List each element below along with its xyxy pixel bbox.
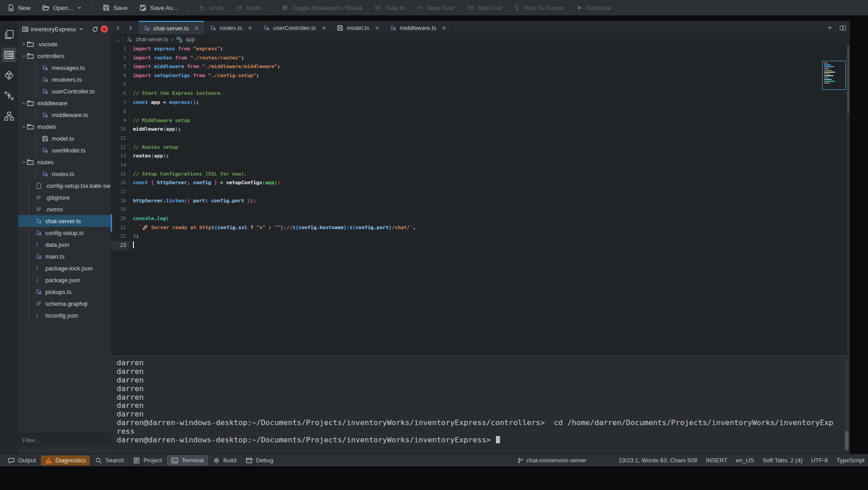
tree-item-config-setup-tsx-kate-swp[interactable]: .config-setup.tsx.kate-swp	[18, 180, 111, 191]
activity-documents-button[interactable]	[2, 27, 16, 42]
close-tab-icon[interactable]: ✕	[321, 24, 326, 31]
tree-item-models[interactable]: models	[18, 121, 111, 132]
code-line[interactable]: 10middleware(app);	[111, 125, 850, 134]
status-en-us[interactable]: en_US	[736, 457, 754, 464]
code-line[interactable]: 13routes(app);	[111, 152, 850, 161]
toolbar-redo-button[interactable]: Redo	[235, 4, 261, 11]
tree-item-tsconfig-json[interactable]: ( )tsconfig.json	[18, 309, 111, 321]
project-name[interactable]: inventoryExpress	[31, 26, 76, 33]
chevron-down-icon[interactable]	[78, 26, 84, 32]
code-line[interactable]: 11	[111, 134, 850, 143]
close-tab-icon[interactable]: ✕	[248, 24, 253, 31]
toolbar-new-button[interactable]: New	[7, 4, 30, 11]
activity-structure-button[interactable]	[2, 109, 16, 123]
code-editor[interactable]: 1import express from "express";2import r…	[111, 44, 850, 354]
code-line[interactable]: 19	[111, 205, 850, 214]
tree-item-messages-ts[interactable]: messages.ts	[18, 62, 111, 74]
panel-button-diagnostics[interactable]: Diagnostics	[41, 456, 90, 466]
code-line[interactable]: 20console.log(	[111, 214, 850, 223]
status-insert[interactable]: INSERT	[706, 457, 727, 464]
tree-item-pickups-ts[interactable]: pickups.ts	[18, 286, 111, 298]
breadcrumb-symbol[interactable]: app	[186, 36, 195, 43]
tab-usercontroller-ts[interactable]: userController.ts✕	[258, 21, 332, 34]
tree-item-routes[interactable]: routes	[18, 156, 111, 168]
tree-item-chat-server-ts[interactable]: chat-server.ts	[18, 215, 111, 227]
editor-scrollbar[interactable]	[847, 44, 850, 354]
code-line[interactable]: 14	[111, 161, 850, 170]
activity-tools-button[interactable]	[2, 88, 16, 103]
new-tab-icon[interactable]	[827, 24, 833, 31]
code-line[interactable]: 1import express from "express";	[111, 44, 850, 54]
chevron-down-icon[interactable]	[20, 124, 27, 129]
filter-input[interactable]	[18, 434, 111, 446]
close-project-button[interactable]: ✕	[101, 25, 108, 33]
panel-button-project[interactable]: Project	[129, 456, 166, 466]
toolbar-step-over-button[interactable]: Step Over	[417, 4, 455, 11]
code-line[interactable]: 3import middleware from "./middleware/mi…	[111, 62, 850, 71]
panel-button-search[interactable]: Search	[91, 456, 128, 466]
panel-button-build[interactable]: Build	[209, 456, 240, 466]
code-line[interactable]: 9// Middleware setup	[111, 116, 850, 125]
toolbar-continue-button[interactable]: Continue	[576, 4, 611, 11]
tree-item-middleware-ts[interactable]: middleware.ts	[18, 109, 111, 121]
code-line[interactable]: 12// Routes setup	[111, 143, 850, 152]
forward-icon[interactable]	[128, 25, 133, 31]
tree-item-package-lock-json[interactable]: ( )package-lock.json	[18, 262, 111, 274]
code-line[interactable]: 7const app = express();	[111, 98, 850, 107]
toolbar-toggle-breakpoint-break-button[interactable]: Toggle Breakpoint / Break	[281, 4, 363, 11]
tree-item-gitignore[interactable]: .gitignore	[18, 191, 111, 203]
close-tab-icon[interactable]: ✕	[194, 25, 199, 32]
code-line[interactable]: 22);	[111, 232, 850, 241]
status-utf-8[interactable]: UTF-8	[811, 457, 828, 464]
terminal-panel[interactable]: darrendarrendarrendarrendarrendarrendarr…	[111, 356, 850, 454]
status-typescript[interactable]: TypeScript	[837, 457, 864, 464]
breadcrumb-file[interactable]: chat-server.ts	[136, 36, 168, 43]
toolbar-save-button[interactable]: Save	[103, 4, 128, 11]
toolbar-open-button[interactable]: Open...	[42, 4, 82, 11]
code-line[interactable]: 17	[111, 187, 850, 196]
tree-item-nvmrc[interactable]: .nvmrc	[18, 203, 111, 215]
chevron-down-icon[interactable]	[20, 101, 27, 106]
tree-item-controllers[interactable]: controllers	[18, 50, 111, 62]
code-line[interactable]: 23	[111, 241, 850, 250]
tree-item-data-json[interactable]: ( )data.json	[18, 239, 111, 250]
chevron-down-icon[interactable]	[20, 54, 27, 59]
code-line[interactable]: 5	[111, 80, 850, 89]
status-chat-conversion-server[interactable]: chat-conversion-server	[517, 457, 586, 464]
status-soft-tabs-2-4[interactable]: Soft Tabs: 2 (4)	[763, 457, 803, 464]
terminal-scrollbar[interactable]	[845, 359, 848, 451]
toolbar-step-in-button[interactable]: Step In	[374, 4, 405, 11]
tab-routes-ts[interactable]: routes.ts✕	[205, 21, 258, 34]
tab-middleware-ts[interactable]: middleware.ts✕	[385, 21, 452, 34]
panel-button-output[interactable]: Output	[4, 456, 40, 466]
code-line[interactable]: 4import setupConfigs from "./config-setu…	[111, 71, 850, 80]
code-line[interactable]: 2import routes from "./routes/routes";	[111, 54, 850, 63]
toolbar-step-out-button[interactable]: Step Out	[467, 4, 502, 11]
status-23-23-1-words-63-chars-508[interactable]: 23/23:1, Words 63, Chars 508	[618, 457, 697, 464]
tree-item-usermodel-ts[interactable]: userModel.ts	[18, 144, 111, 156]
code-line[interactable]: 16const { httpServer, config } = setupCo…	[111, 178, 850, 187]
minimap[interactable]	[822, 61, 846, 90]
tree-item-middleware[interactable]: middleware	[18, 97, 111, 109]
split-view-icon[interactable]	[839, 24, 846, 31]
breadcrumb-ellipsis[interactable]: ...	[115, 36, 120, 43]
activity-projects-button[interactable]	[2, 48, 16, 62]
back-icon[interactable]	[115, 25, 121, 31]
tree-item-vscode[interactable]: .vscode	[18, 38, 111, 50]
close-tab-icon[interactable]: ✕	[442, 24, 447, 31]
tree-item-main-ts[interactable]: main.ts	[18, 250, 111, 262]
tree-item-config-setup-ts[interactable]: config-setup.ts	[18, 227, 111, 239]
code-line[interactable]: 21 `🚀 Server ready at http${config.ssl ?…	[111, 223, 850, 232]
close-tab-icon[interactable]: ✕	[374, 24, 379, 31]
toolbar-undo-button[interactable]: Undo	[198, 4, 224, 11]
tree-item-model-ts[interactable]: model.ts	[18, 132, 111, 144]
toolbar-run-to-cursor-button[interactable]: Run To Cursor	[514, 4, 564, 11]
tree-item-package-json[interactable]: ( )package.json	[18, 274, 111, 286]
activity-git-button[interactable]	[2, 68, 16, 83]
tree-item-schema-graphql[interactable]: schema.graphql	[18, 298, 111, 309]
panel-button-terminal[interactable]: Terminal	[167, 456, 208, 466]
toolbar-save-as-button[interactable]: Save As...	[139, 4, 178, 11]
tree-item-routes-ts[interactable]: routes.ts	[18, 168, 111, 180]
refresh-icon[interactable]	[92, 26, 98, 33]
code-line[interactable]: 6// Start the Express instance.	[111, 89, 850, 98]
